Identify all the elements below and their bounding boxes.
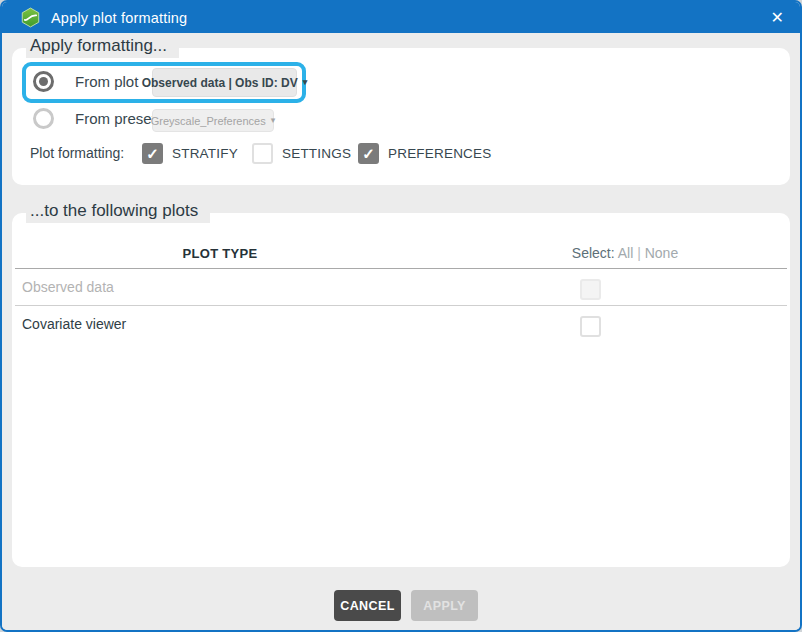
section-heading-apply-formatting: Apply formatting... xyxy=(26,34,179,58)
cancel-button[interactable]: CANCEL xyxy=(334,590,401,621)
from-preset-radio[interactable] xyxy=(33,108,54,129)
preferences-label: PREFERENCES xyxy=(388,143,491,164)
select-label: Select: xyxy=(572,245,615,261)
stratify-label: STRATIFY xyxy=(172,143,238,164)
table-row-label-covariate-viewer: Covariate viewer xyxy=(22,314,126,335)
from-preset-label: From preset xyxy=(75,108,156,129)
app-logo-icon xyxy=(20,7,41,28)
stratify-checkbox[interactable]: ✓ xyxy=(142,143,163,164)
preferences-checkbox[interactable]: ✓ xyxy=(358,143,379,164)
check-icon: ✓ xyxy=(146,146,159,161)
target-plots-card: ...to the following plots PLOT TYPE Sele… xyxy=(12,213,790,567)
settings-checkbox[interactable]: ✓ xyxy=(252,143,273,164)
from-plot-label: From plot xyxy=(75,71,138,92)
table-row-label-observed-data: Observed data xyxy=(22,277,114,298)
apply-button[interactable]: APPLY xyxy=(411,590,478,621)
plot-type-column-header: PLOT TYPE xyxy=(12,246,428,261)
settings-label: SETTINGS xyxy=(282,143,351,164)
caret-down-icon: ▾ xyxy=(271,116,276,125)
select-column-header: Select: All | None xyxy=(452,245,798,261)
caret-down-icon: ▾ xyxy=(303,78,308,87)
apply-formatting-card: Apply formatting... From plot Observed d… xyxy=(12,48,790,185)
plot-formatting-label: Plot formatting: xyxy=(30,143,124,164)
covariate-viewer-row-checkbox[interactable]: ✓ xyxy=(580,316,601,337)
close-icon[interactable]: ✕ xyxy=(765,8,790,28)
from-plot-dropdown-value: Observed data | Obs ID: DV xyxy=(142,76,298,90)
observed-data-row-checkbox: ✓ xyxy=(580,279,601,300)
from-preset-dropdown-value: Greyscale_Preferences xyxy=(151,115,266,127)
section-heading-target-plots: ...to the following plots xyxy=(26,199,210,223)
titlebar: Apply plot formatting ✕ xyxy=(2,2,800,33)
from-plot-radio[interactable] xyxy=(33,71,54,92)
table-row-divider xyxy=(15,305,787,306)
radio-dot xyxy=(39,77,48,86)
window-title: Apply plot formatting xyxy=(51,10,187,26)
select-separator: | xyxy=(637,245,641,261)
table-header-divider xyxy=(15,268,787,269)
dialog-content: Apply formatting... From plot Observed d… xyxy=(2,33,800,630)
from-plot-dropdown[interactable]: Observed data | Obs ID: DV ▾ xyxy=(152,68,297,97)
select-all-link[interactable]: All xyxy=(618,245,634,261)
select-none-link[interactable]: None xyxy=(645,245,678,261)
check-icon: ✓ xyxy=(362,146,375,161)
from-preset-dropdown[interactable]: Greyscale_Preferences ▾ xyxy=(152,109,274,132)
dialog-apply-plot-formatting: Apply plot formatting ✕ Apply formatting… xyxy=(0,0,802,632)
